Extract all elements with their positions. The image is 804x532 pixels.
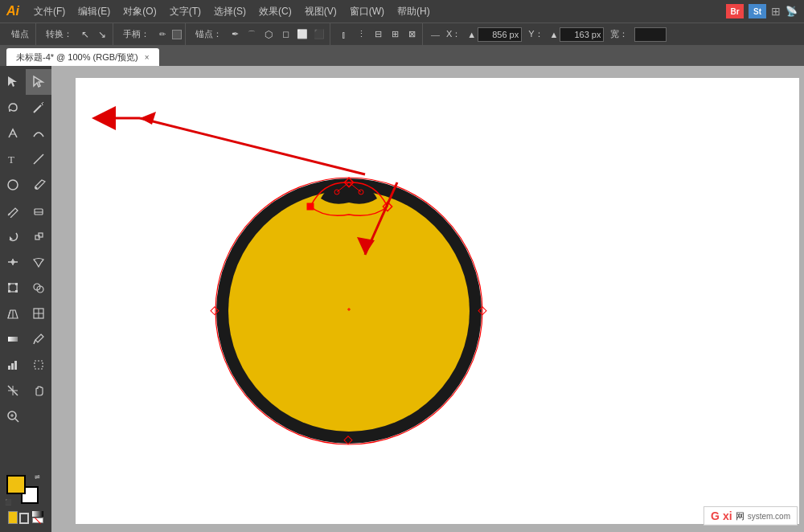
chart-tool[interactable] [0, 352, 26, 378]
y-input[interactable] [560, 27, 604, 42]
tool-row-4: T [0, 146, 51, 172]
shape-builder-tool[interactable] [26, 275, 51, 301]
align-icon1[interactable]: ⫿ [337, 27, 351, 42]
w-input[interactable] [634, 27, 667, 42]
tool-row-12 [0, 352, 51, 378]
gradient-tool[interactable] [0, 326, 26, 352]
slice-tool[interactable] [0, 378, 26, 403]
anchor-icon6[interactable]: ⬛ [312, 27, 326, 42]
eyedropper-tool[interactable] [26, 326, 51, 352]
mesh-tool[interactable] [26, 301, 51, 326]
anchor-icon5[interactable]: ⬜ [295, 27, 310, 42]
menu-object[interactable]: 对象(O) [117, 0, 162, 23]
anchor-type-label: 锚点： [192, 28, 225, 40]
align-icon3[interactable]: ⊟ [371, 27, 385, 42]
svg-rect-27 [8, 337, 18, 342]
menu-select[interactable]: 选择(S) [207, 0, 252, 23]
x-field[interactable]: ▲ [467, 27, 522, 42]
anchor-icon3[interactable]: ⬡ [261, 27, 276, 42]
svg-line-22 [8, 310, 10, 318]
handle-box[interactable] [172, 30, 182, 39]
artboard-tool[interactable] [26, 352, 51, 378]
gradient-indicator[interactable] [32, 511, 43, 517]
menu-file[interactable]: 文件(F) [27, 0, 72, 23]
tool-row-6 [0, 198, 51, 223]
pencil-tool[interactable] [0, 198, 26, 223]
anchor-icon4[interactable]: ◻ [278, 27, 293, 42]
menu-view[interactable]: 视图(V) [298, 0, 343, 23]
handle-icon1[interactable]: ✏ [155, 27, 170, 42]
zoom-tool[interactable] [0, 403, 26, 429]
svg-rect-15 [8, 283, 10, 285]
lasso-tool[interactable] [0, 95, 26, 121]
options-toolbar: 锚点 转换： ↖ ↘ 手柄： ✏ 锚点： ✒ ⌒ ⬡ ◻ ⬜ ⬛ ⫿ ⋮ ⊟ ⊞… [0, 23, 804, 45]
menu-bar: Ai 文件(F) 编辑(E) 对象(O) 文字(T) 选择(S) 效果(C) 视… [0, 0, 804, 23]
transform-icon1[interactable]: ↖ [78, 27, 92, 42]
default-colors-icon[interactable]: ⬛ [5, 499, 12, 505]
transform-label: 转换： [43, 28, 76, 40]
svg-line-0 [34, 105, 41, 113]
rotate-tool[interactable] [0, 223, 26, 249]
svg-line-37 [15, 419, 18, 422]
curvature-tool[interactable] [26, 121, 51, 146]
x-label: X： [443, 28, 464, 40]
warp-tool[interactable] [26, 249, 51, 275]
none-indicator[interactable] [32, 518, 43, 523]
align-icon5[interactable]: ⊠ [404, 27, 419, 42]
pen-tool[interactable] [0, 121, 26, 146]
align-group: ⫿ ⋮ ⊟ ⊞ ⊠ [334, 23, 423, 45]
menu-edit[interactable]: 编辑(E) [72, 0, 117, 23]
tool-row-1 [0, 69, 51, 95]
line-tool[interactable] [26, 146, 51, 172]
transform-icon2[interactable]: ↘ [95, 27, 109, 42]
direct-selection-tool[interactable] [26, 69, 51, 95]
color-none-gradient [32, 511, 43, 524]
svg-line-5 [34, 154, 43, 164]
menu-help[interactable]: 帮助(H) [391, 0, 437, 23]
magic-wand-tool[interactable] [26, 95, 51, 121]
tab-bar: 未标题-4* @ 100% (RGB/预览) × [0, 45, 804, 66]
watermark-g: G [711, 509, 720, 522]
watermark-net: 网 [736, 510, 745, 522]
align-icon2[interactable]: ⋮ [354, 27, 368, 42]
width-tool[interactable] [0, 249, 26, 275]
tool-row-13 [0, 378, 51, 403]
x-input[interactable] [478, 27, 522, 42]
grid-icon[interactable]: ⊞ [771, 5, 781, 18]
scale-tool[interactable] [26, 223, 51, 249]
anchor-icon2[interactable]: ⌒ [244, 27, 259, 42]
placeholder-tool [26, 403, 51, 429]
coord-group: — X： ▲ Y： ▲ 宽： [426, 27, 667, 42]
svg-line-28 [34, 340, 35, 344]
tool-row-3 [0, 121, 51, 146]
y-field[interactable]: ▲ [550, 27, 605, 42]
fill-color-box[interactable] [6, 475, 26, 494]
align-icon4[interactable]: ⊞ [388, 27, 402, 42]
tool-row-8 [0, 249, 51, 275]
st-badge: St [749, 4, 766, 18]
svg-marker-57 [92, 106, 116, 130]
menu-effect[interactable]: 效果(C) [252, 0, 298, 23]
ellipse-tool[interactable] [0, 172, 26, 198]
anchor-type-group: 锚点： ✒ ⌒ ⬡ ◻ ⬜ ⬛ [189, 23, 330, 45]
watermark-x: xi [723, 509, 732, 522]
swap-colors-icon[interactable]: ⇌ [35, 473, 40, 481]
svg-marker-10 [10, 236, 13, 239]
menu-type[interactable]: 文字(T) [163, 0, 207, 23]
selection-tool[interactable] [0, 69, 26, 95]
color-mode-stroke[interactable] [19, 513, 29, 524]
eraser-tool[interactable] [26, 198, 51, 223]
paintbrush-tool[interactable] [26, 172, 51, 198]
tab-close-button[interactable]: × [145, 53, 150, 62]
type-tool[interactable]: T [0, 146, 26, 172]
perspective-tool[interactable] [0, 301, 26, 326]
menu-window[interactable]: 窗口(W) [343, 0, 391, 23]
canvas-white [76, 78, 799, 524]
free-transform-tool[interactable] [0, 275, 26, 301]
anchor-label: 锚点 [8, 28, 32, 40]
anchor-icon1[interactable]: ✒ [228, 27, 242, 42]
document-tab[interactable]: 未标题-4* @ 100% (RGB/预览) × [6, 48, 159, 66]
hand-tool[interactable] [26, 378, 51, 403]
color-mode-fill[interactable] [8, 511, 18, 524]
canvas-area[interactable]: G xi 网 system.com [51, 66, 804, 532]
